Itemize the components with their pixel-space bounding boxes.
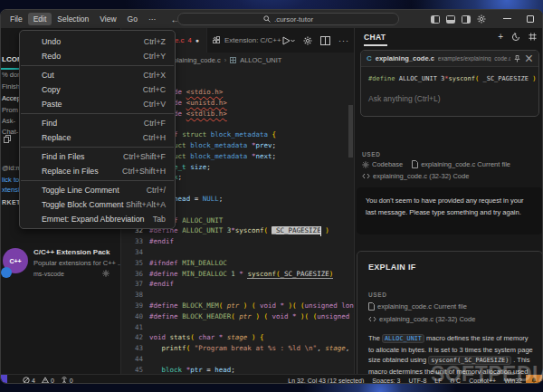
status-ports[interactable]: 0	[61, 377, 73, 384]
menu-item-shortcut: Ctrl+C	[143, 85, 166, 94]
code-line-text: #ifndef MIN_DEALLOC	[149, 258, 227, 269]
status-error[interactable]: 4	[23, 377, 35, 384]
command-center[interactable]: .cursor-tutor	[177, 13, 399, 25]
code-line-text: #endif	[149, 279, 174, 290]
tab-chat[interactable]: CHAT	[364, 33, 386, 42]
toggle-sidebar-icon[interactable]	[431, 15, 440, 24]
code-line: 43 printf( "Program break at %s : %ld \n…	[121, 343, 354, 354]
minimize-button[interactable]	[503, 18, 511, 19]
context-file-name: explaining_code.c	[376, 54, 434, 62]
line-number: 42	[121, 332, 143, 343]
screenshot-root: { "titlebar": { "menus": ["File", "Edit"…	[0, 0, 543, 392]
chat-input[interactable]: Ask anything (Ctrl+L)	[361, 82, 538, 103]
status-spaces-3[interactable]: Spaces: 3	[372, 378, 400, 384]
close-icon[interactable]: ×	[525, 51, 533, 67]
tab-extension[interactable]: Extension: C/C++ Extensi	[207, 28, 283, 53]
menu-item-redo[interactable]: RedoCtrl+Y	[20, 49, 175, 63]
chevron-right-icon: ›	[224, 56, 227, 64]
menu-item-shortcut: Ctrl+Y	[143, 52, 166, 61]
new-chat-plus-icon[interactable]: +	[498, 32, 503, 42]
menu-item-shortcut: Tab	[153, 215, 166, 224]
code-line: 36#define MIN_DEALLOC 1 * sysconf(_SC_PA…	[121, 269, 354, 280]
line-number: 40	[121, 311, 143, 322]
inline-code-link[interactable]: ALLOC_UNIT	[382, 334, 424, 343]
menu-item-find-in-files[interactable]: Find in FilesCtrl+Shift+F	[20, 149, 175, 164]
menubar-file[interactable]: File	[5, 13, 28, 25]
tab-extension-label: Extension: C/C++ Extensi	[224, 36, 283, 44]
menu-item-cut[interactable]: CutCtrl+X	[20, 68, 175, 82]
menu-item-undo[interactable]: UndoCtrl+Z	[20, 34, 175, 49]
menu-item-find[interactable]: FindCtrl+F	[20, 116, 175, 130]
sidebar-text-fragment: Prom	[2, 106, 18, 114]
code-line: 35#ifndef MIN_DEALLOC	[121, 258, 354, 269]
code-line-text: #define MIN_DEALLOC 1 * sysconf(_SC_PAGE…	[149, 269, 333, 280]
used-label: USED	[362, 151, 380, 158]
search-icon	[263, 15, 271, 23]
menu-item-emmet-expand-abbreviation[interactable]: Emmet: Expand AbbreviationTab	[20, 212, 175, 226]
context-file-chip[interactable]: C explaining_code.c examples/explaining_…	[361, 51, 538, 67]
run-debug-icon[interactable]	[282, 36, 295, 45]
menu-item-toggle-line-comment[interactable]: Toggle Line CommentCtrl+/	[20, 183, 175, 197]
history-icon[interactable]	[511, 33, 520, 42]
code-line: 38	[121, 290, 354, 301]
codebase-icon	[362, 161, 369, 168]
maximize-button[interactable]	[527, 15, 534, 23]
code-line: 34	[121, 247, 354, 258]
line-number: 34	[121, 247, 143, 258]
menu-item-label: Replace in Files	[42, 167, 122, 176]
code-line: 44	[121, 354, 354, 365]
more-actions-icon[interactable]: ···	[338, 36, 349, 45]
toggle-panel-icon[interactable]	[446, 15, 455, 24]
editor-scrollbar[interactable]	[348, 105, 353, 158]
settings-gear-icon[interactable]	[303, 36, 312, 45]
menu-item-toggle-block-comment[interactable]: Toggle Block CommentShift+Alt+A	[20, 197, 175, 212]
context-chip-explaining-code-c-current-file[interactable]: explaining_code.c Current file	[368, 302, 467, 311]
menubar-selection[interactable]: Selection	[52, 13, 94, 25]
code-line: 40#define BLOCK_HEADER( ptr ) ( void * )…	[121, 311, 354, 322]
line-number: 39	[121, 301, 143, 311]
menubar-go[interactable]: Go	[122, 13, 143, 25]
code-line: 39#define BLOCK_MEM( ptr ) ( void * )( (…	[121, 301, 354, 311]
code-line: 42void stats( char * stage ) {	[121, 332, 354, 343]
menu-item-label: Emmet: Expand Abbreviation	[42, 215, 153, 224]
menu-item-shortcut: Ctrl+X	[143, 71, 166, 80]
menu-item-copy[interactable]: CopyCtrl+C	[20, 82, 175, 97]
toggle-secondary-sidebar-icon[interactable]	[462, 15, 471, 24]
remote-indicator[interactable]	[1, 375, 7, 384]
chat-composer[interactable]: C explaining_code.c examples/explaining_…	[360, 50, 539, 117]
menu-separator	[21, 147, 174, 148]
error-icon	[23, 377, 30, 384]
status-ln-32-col-43-12-selected[interactable]: Ln 32, Col 43 (12 selected)	[288, 378, 364, 384]
status-utf-8[interactable]: UTF-8	[408, 378, 426, 384]
context-chip-explaining-code-c-32-32-code[interactable]: explaining_code.c (32-32) Code	[362, 172, 469, 180]
menubar-edit[interactable]: Edit	[28, 13, 52, 25]
menu-item-label: Cut	[42, 71, 143, 80]
pin-icon[interactable]	[514, 55, 520, 62]
line-number: 44	[121, 354, 143, 365]
menu-separator	[21, 113, 174, 114]
split-editor-icon[interactable]	[320, 36, 330, 45]
line-number: 38	[121, 290, 143, 301]
menu-item-label: Paste	[42, 100, 143, 109]
extension-name: C/C++ Extension Pack	[33, 248, 110, 256]
context-chip-codebase[interactable]: Codebase	[362, 160, 403, 168]
copy-icon[interactable]	[4, 135, 11, 143]
customize-layout-gear-icon[interactable]	[477, 14, 486, 24]
extension-manage-gear-icon[interactable]	[102, 270, 110, 277]
menu-item-replace[interactable]: ReplaceCtrl+H	[20, 130, 175, 145]
context-chip-explaining-code-c-32-32-code[interactable]: explaining_code.c (32-32) Code	[368, 315, 475, 323]
explain-section-title[interactable]: EXPLAIN IF	[368, 263, 531, 272]
menubar-view[interactable]: View	[94, 13, 121, 25]
code-line-text: #define BLOCK_HEADER( ptr ) ( void * )( …	[149, 311, 354, 322]
extension-description: Popular extensions for C++ ...	[33, 259, 121, 267]
menu-item-replace-in-files[interactable]: Replace in FilesCtrl+Shift+H	[20, 164, 175, 178]
menu-item-paste[interactable]: PasteCtrl+V	[20, 97, 175, 111]
context-chip-label: explaining_code.c (32-32) Code	[379, 315, 475, 323]
open-in-editor-icon[interactable]	[529, 33, 537, 41]
breadcrumb-symbol[interactable]: ALLOC_UNIT	[240, 56, 281, 64]
context-chip-explaining-code-c-current-file[interactable]: explaining_code.c Current file	[412, 160, 510, 168]
extension-list-item[interactable]: C++ C/C++ Extension Pack Popular extensi…	[1, 245, 121, 292]
menu-item-label: Find	[42, 119, 144, 128]
status-warning[interactable]: 0	[42, 377, 54, 384]
menubar-[interactable]: ···	[143, 13, 162, 25]
